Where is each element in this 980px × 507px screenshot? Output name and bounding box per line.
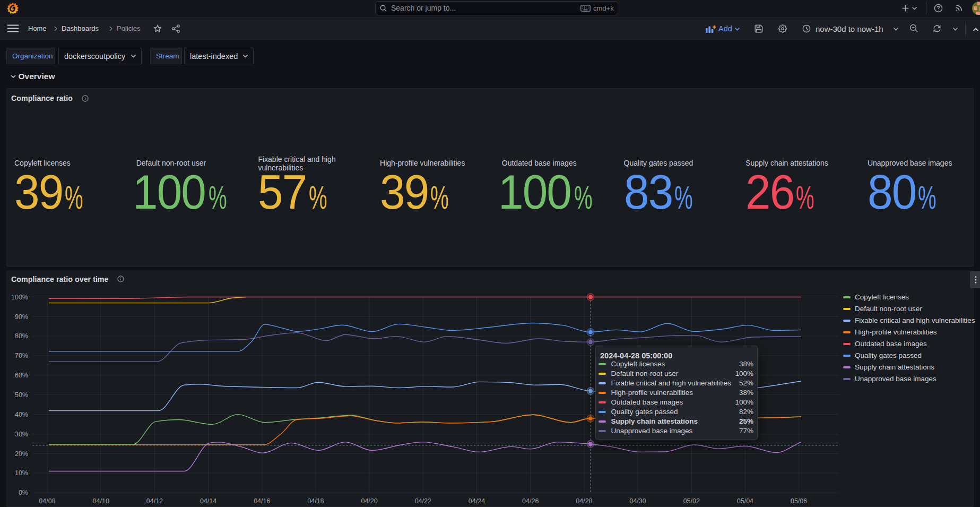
svg-text:04/20: 04/20 [361, 497, 377, 505]
svg-text:04/14: 04/14 [200, 497, 216, 505]
svg-text:04/28: 04/28 [576, 497, 592, 505]
svg-text:04/08: 04/08 [39, 497, 55, 505]
svg-text:04/18: 04/18 [307, 497, 324, 505]
svg-text:10%: 10% [15, 469, 28, 477]
svg-text:60%: 60% [15, 372, 28, 379]
svg-text:04/26: 04/26 [522, 497, 539, 505]
svg-text:04/22: 04/22 [415, 497, 431, 505]
svg-text:04/24: 04/24 [469, 497, 485, 505]
svg-text:30%: 30% [15, 431, 28, 438]
svg-text:04/30: 04/30 [629, 497, 646, 505]
svg-text:40%: 40% [15, 411, 28, 418]
svg-text:04/12: 04/12 [146, 497, 163, 505]
svg-text:05/06: 05/06 [791, 497, 807, 505]
svg-text:100%: 100% [11, 294, 28, 301]
svg-text:20%: 20% [15, 450, 28, 458]
svg-text:70%: 70% [15, 352, 28, 359]
svg-text:05/04: 05/04 [737, 497, 753, 505]
svg-text:80%: 80% [15, 332, 28, 340]
svg-text:05/02: 05/02 [683, 497, 700, 505]
svg-text:04/10: 04/10 [93, 497, 109, 505]
svg-text:04/16: 04/16 [254, 497, 270, 505]
svg-text:50%: 50% [15, 391, 28, 399]
svg-text:90%: 90% [15, 313, 28, 321]
svg-text:0%: 0% [19, 489, 28, 496]
